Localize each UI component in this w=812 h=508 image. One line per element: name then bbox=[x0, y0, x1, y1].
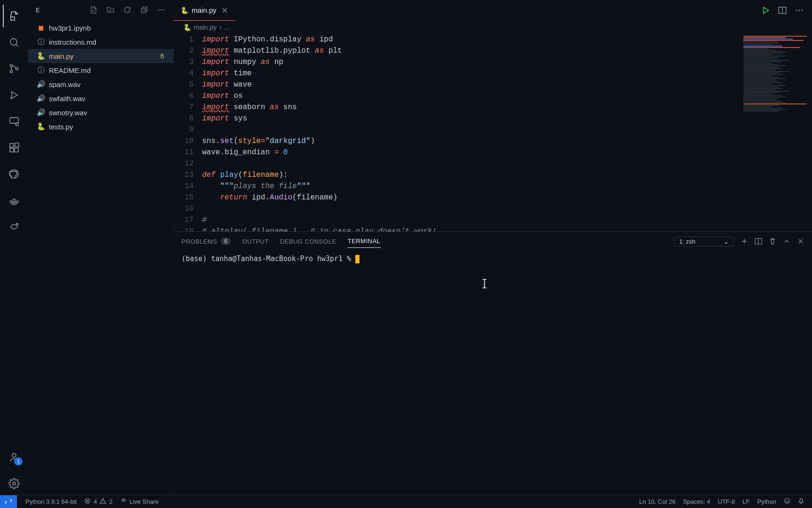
tab-label: main.py bbox=[192, 6, 217, 14]
editor-tab[interactable]: 🐍 main.py bbox=[174, 0, 235, 21]
file-item[interactable]: 🔊 swnotry.wav bbox=[28, 105, 173, 119]
more-actions-icon[interactable] bbox=[795, 6, 804, 15]
maximize-panel-icon[interactable] bbox=[783, 238, 790, 245]
run-file-icon[interactable] bbox=[761, 6, 770, 15]
explorer-icon[interactable] bbox=[3, 5, 25, 27]
notebook-icon: ◼ bbox=[37, 24, 45, 32]
tab-debug-console[interactable]: DEBUG CONSOLE bbox=[280, 238, 336, 245]
file-name: swnotry.wav bbox=[49, 109, 168, 117]
indentation[interactable]: Spaces: 4 bbox=[679, 498, 714, 505]
search-icon[interactable] bbox=[3, 31, 25, 54]
cursor-position[interactable]: Ln 10, Col 26 bbox=[635, 498, 679, 505]
svg-point-2 bbox=[10, 71, 13, 73]
info-icon: ⓘ bbox=[37, 66, 45, 75]
breadcrumb-sep: › bbox=[219, 24, 222, 31]
python-icon: 🐍 bbox=[37, 52, 45, 60]
file-item[interactable]: 🔊 spam.wav bbox=[28, 77, 173, 91]
minimap[interactable] bbox=[742, 34, 812, 231]
file-item-active[interactable]: 🐍 main.py 6 bbox=[28, 49, 173, 63]
terminal-cursor bbox=[355, 255, 359, 263]
file-item[interactable]: ⓘ instructions.md bbox=[28, 35, 173, 49]
extensions-icon[interactable] bbox=[3, 136, 25, 159]
file-item[interactable]: ⓘ README.md bbox=[28, 63, 173, 77]
accounts-badge: 1 bbox=[14, 457, 23, 466]
file-item[interactable]: ◼ hw3pr1.ipynb bbox=[28, 21, 173, 35]
svg-point-22 bbox=[801, 10, 803, 11]
tab-terminal[interactable]: TERMINAL bbox=[348, 238, 381, 248]
panel-tabs: PROBLEMS 6 OUTPUT DEBUG CONSOLE TERMINAL… bbox=[174, 232, 812, 251]
audio-icon: 🔊 bbox=[37, 94, 45, 103]
terminal-selector[interactable]: 1: zsh ⌄ bbox=[674, 237, 734, 246]
svg-point-26 bbox=[785, 499, 790, 504]
github-icon[interactable] bbox=[3, 163, 25, 185]
problems-count-badge: 6 bbox=[160, 52, 168, 60]
remote-indicator[interactable] bbox=[0, 495, 17, 508]
file-list: ◼ hw3pr1.ipynb ⓘ instructions.md 🐍 main.… bbox=[28, 20, 173, 135]
close-tab-icon[interactable] bbox=[220, 6, 229, 15]
file-name: main.py bbox=[49, 52, 156, 60]
collapse-all-icon[interactable] bbox=[138, 3, 151, 16]
python-interpreter[interactable]: Python 3.9.1 64-bit bbox=[22, 498, 80, 505]
liveshare-status[interactable]: Live Share bbox=[117, 498, 163, 506]
error-icon bbox=[84, 498, 91, 506]
explorer-header: E bbox=[28, 0, 173, 20]
new-file-icon[interactable] bbox=[87, 3, 100, 16]
svg-point-13 bbox=[12, 453, 16, 457]
svg-rect-7 bbox=[10, 143, 14, 147]
file-item[interactable]: 🔊 swfaith.wav bbox=[28, 91, 173, 105]
tab-label: OUTPUT bbox=[242, 238, 268, 245]
audio-icon: 🔊 bbox=[37, 80, 45, 88]
tab-problems[interactable]: PROBLEMS 6 bbox=[181, 238, 231, 245]
settings-gear-icon[interactable] bbox=[3, 472, 25, 495]
file-name: README.md bbox=[49, 66, 168, 74]
remote-icon[interactable] bbox=[3, 189, 25, 212]
bottom-panel: PROBLEMS 6 OUTPUT DEBUG CONSOLE TERMINAL… bbox=[174, 231, 812, 495]
terminal-prompt: (base) tanha@Tanhas-MacBook-Pro hw3pr1 % bbox=[181, 254, 355, 263]
svg-point-20 bbox=[796, 10, 797, 11]
svg-point-12 bbox=[13, 199, 16, 202]
breadcrumbs[interactable]: 🐍 main.py › ... bbox=[174, 21, 812, 34]
problems-status[interactable]: 4 2 bbox=[80, 498, 116, 506]
code-editor[interactable]: 12345678910111213141516171819 import IPy… bbox=[174, 34, 812, 231]
tab-output[interactable]: OUTPUT bbox=[242, 238, 268, 245]
close-panel-icon[interactable] bbox=[797, 238, 804, 245]
kill-terminal-icon[interactable] bbox=[769, 238, 776, 245]
explorer-title: E bbox=[36, 7, 83, 14]
explorer-sidebar: E ◼ hw3pr1.ipynb ⓘ instructions.md 🐍 mai… bbox=[28, 0, 174, 495]
python-icon: 🐍 bbox=[183, 24, 191, 31]
file-name: spam.wav bbox=[49, 80, 168, 88]
svg-point-0 bbox=[10, 39, 17, 45]
run-debug-icon[interactable] bbox=[3, 84, 25, 106]
file-name: hw3pr1.ipynb bbox=[49, 24, 168, 32]
new-terminal-icon[interactable] bbox=[741, 238, 748, 245]
editor-area: 🐍 main.py 🐍 main.py › ... 12345678910111… bbox=[174, 0, 812, 495]
encoding[interactable]: UTF-8 bbox=[714, 498, 739, 505]
code-content: import IPython.display as ipd import mat… bbox=[202, 34, 812, 231]
more-icon[interactable] bbox=[155, 3, 168, 16]
language-mode[interactable]: Python bbox=[754, 498, 780, 505]
split-terminal-icon[interactable] bbox=[755, 238, 762, 245]
file-name: tests.py bbox=[49, 123, 168, 131]
split-editor-icon[interactable] bbox=[778, 6, 787, 15]
svg-point-1 bbox=[10, 65, 13, 67]
feedback-icon[interactable] bbox=[780, 498, 794, 506]
remote-explorer-icon[interactable] bbox=[3, 110, 25, 133]
broadcast-icon bbox=[120, 498, 127, 506]
audio-icon: 🔊 bbox=[37, 108, 45, 117]
terminal-body[interactable]: (base) tanha@Tanhas-MacBook-Pro hw3pr1 % bbox=[174, 251, 812, 495]
accounts-icon[interactable]: 1 bbox=[3, 446, 25, 468]
svg-rect-9 bbox=[15, 148, 18, 152]
chevron-down-icon: ⌄ bbox=[724, 238, 729, 245]
file-item[interactable]: 🐍 tests.py bbox=[28, 119, 173, 134]
svg-point-3 bbox=[16, 68, 18, 70]
eol[interactable]: LF bbox=[739, 498, 753, 505]
refresh-icon[interactable] bbox=[121, 3, 134, 16]
liveshare-icon[interactable] bbox=[3, 215, 25, 238]
svg-point-18 bbox=[163, 9, 164, 11]
tab-bar: 🐍 main.py bbox=[174, 0, 812, 21]
source-control-icon[interactable] bbox=[3, 57, 25, 80]
svg-point-16 bbox=[158, 9, 160, 11]
new-folder-icon[interactable] bbox=[104, 3, 117, 16]
text-caret bbox=[484, 279, 485, 288]
notifications-icon[interactable] bbox=[794, 498, 808, 506]
